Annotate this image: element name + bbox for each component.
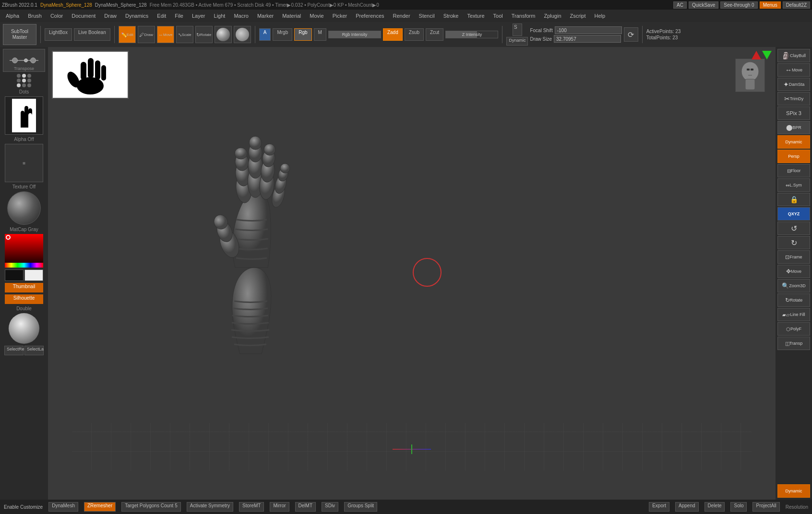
foreground-color[interactable] [5, 269, 24, 281]
menu-alpha[interactable]: Alpha [2, 12, 23, 20]
right-move2-button[interactable]: ✥ Move [777, 265, 810, 278]
floor-button[interactable]: ⊟ Floor [777, 164, 810, 177]
transp-button[interactable]: ◫ Transp [777, 337, 810, 350]
texture-preview-button[interactable]: ▪ [5, 144, 43, 182]
activate-symmetry-button[interactable]: Activate Symmetry [187, 502, 233, 512]
menu-draw[interactable]: Draw [100, 12, 120, 20]
spix-button[interactable]: SPix 3 [777, 106, 810, 120]
zcut-button[interactable]: Zcut [426, 28, 443, 41]
polyf-button[interactable]: ⬡ PolyF [777, 322, 810, 336]
right-rotate-button[interactable]: ↻ Rotate [777, 293, 810, 307]
subtool-master-button[interactable]: SubTool Master [3, 24, 36, 45]
a-button[interactable]: A [259, 28, 271, 41]
select-la-button[interactable]: SelectLa [24, 346, 44, 355]
menu-material[interactable]: Material [278, 12, 305, 20]
sphere2-button[interactable] [234, 26, 251, 43]
z-intensity-slider[interactable]: Z Intensity [445, 31, 498, 38]
lightbox-button[interactable]: LightBox [45, 28, 72, 41]
menu-zscript[interactable]: Zscript [566, 12, 590, 20]
menu-marker[interactable]: Marker [253, 12, 277, 20]
dynamic-icon-button[interactable]: ⟳ [624, 27, 638, 42]
menu-help[interactable]: Help [591, 12, 609, 20]
z-remesher-button[interactable]: ZRemesher [84, 502, 116, 512]
menu-color[interactable]: Color [47, 12, 67, 20]
dynamic-bottom-button[interactable]: Dynamic [777, 484, 810, 498]
solo-button[interactable]: Solo [730, 502, 747, 512]
damsta-button[interactable]: ✦ DamSta [777, 78, 810, 91]
zoom3d-button[interactable]: 🔍 Zoom3D [777, 279, 810, 292]
orientation-widget[interactable] [735, 51, 772, 90]
select-re-button[interactable]: SelectRe [4, 346, 24, 355]
viewport[interactable] [48, 47, 776, 500]
background-color[interactable] [24, 269, 43, 281]
sphere-material-button[interactable] [215, 26, 232, 43]
linefill-button[interactable]: ▰▱ Line Fill [777, 308, 810, 321]
redo-button[interactable]: ↻ [777, 236, 810, 249]
lock-button[interactable]: 🔒 [777, 193, 810, 206]
focal-shift-input[interactable] [555, 26, 622, 34]
right-move-button[interactable]: ↔ Move [777, 63, 810, 77]
edit-button[interactable]: ✏️ Edit [119, 26, 136, 43]
bpr-button[interactable]: ⬤ BPR [777, 121, 810, 134]
rotate-button[interactable]: ↻ Rotate [195, 26, 213, 43]
dynamic-button[interactable]: Dynamic [777, 135, 810, 149]
draw-size-input[interactable] [554, 35, 621, 43]
menu-brush[interactable]: Brush [24, 12, 46, 20]
menu-picker[interactable]: Picker [329, 12, 351, 20]
move-button[interactable]: ↔ Move [157, 26, 174, 43]
ac-button[interactable]: AC [673, 1, 687, 9]
groups-split-button[interactable]: Groups Split [344, 502, 377, 512]
menu-dynamics[interactable]: Dynamics [121, 12, 152, 20]
menu-movie[interactable]: Movie [306, 12, 327, 20]
color-picker[interactable] [5, 234, 43, 268]
undo-button[interactable]: ↺ [777, 222, 810, 235]
s-button[interactable]: S [513, 23, 522, 36]
target-polygons-button[interactable]: Target Polygons Count 5 [121, 502, 181, 512]
del-mt-button[interactable]: DelMT [295, 502, 316, 512]
zsub-button[interactable]: Zsub [405, 28, 424, 41]
menu-edit[interactable]: Edit [153, 12, 170, 20]
dynamic-label[interactable]: Dynamic [506, 37, 528, 46]
project-all-button[interactable]: ProjectAll [752, 502, 779, 512]
light-sphere[interactable] [9, 313, 39, 344]
delete-button[interactable]: Delete [705, 502, 725, 512]
silhouette-button[interactable]: Silhouette [5, 294, 43, 304]
menu-document[interactable]: Document [68, 12, 99, 20]
mirror-button[interactable]: Mirror [270, 502, 289, 512]
matcap-button[interactable] [7, 191, 41, 225]
export-button[interactable]: Export [649, 502, 669, 512]
menu-preferences[interactable]: Preferences [352, 12, 388, 20]
rgb-intensity-slider[interactable]: Rgb Intensity [328, 31, 381, 38]
menu-light[interactable]: Light [210, 12, 229, 20]
menu-macro[interactable]: Macro [230, 12, 252, 20]
menu-tool[interactable]: Tool [490, 12, 507, 20]
store-mt-button[interactable]: StoreMT [239, 502, 264, 512]
menu-stroke[interactable]: Stroke [440, 12, 463, 20]
sdiv-button[interactable]: SDiv [322, 502, 338, 512]
menu-stencil[interactable]: Stencil [415, 12, 439, 20]
alpha-preview-button[interactable] [5, 96, 43, 135]
zadd-button[interactable]: Zadd [383, 28, 403, 41]
scale-button[interactable]: ⤡ Scale [176, 26, 193, 43]
transpose-button[interactable]: Transpose [3, 49, 45, 72]
see-through-button[interactable]: See-through 0 [720, 1, 757, 9]
dyna-mesh-button[interactable]: DynaMesh [48, 502, 78, 512]
hue-slider[interactable] [5, 263, 43, 268]
default2z-button[interactable]: Default2Z [783, 1, 810, 9]
draw-button[interactable]: 🖊 Draw [138, 26, 155, 43]
menu-file[interactable]: File [171, 12, 187, 20]
persp-button[interactable]: Persp [777, 150, 810, 163]
menu-render[interactable]: Render [389, 12, 414, 20]
menu-zplugin[interactable]: Zplugin [540, 12, 565, 20]
lsym-button[interactable]: ⇔ L.Sym [777, 178, 810, 192]
head-preview[interactable] [735, 58, 765, 92]
menus-button[interactable]: Menus [760, 1, 781, 9]
menu-transform[interactable]: Transform [508, 12, 539, 20]
rgb-button[interactable]: Rgb [294, 28, 311, 41]
quicksave-button[interactable]: QuickSave [689, 1, 718, 9]
mrgb-button[interactable]: Mrgb [273, 28, 292, 41]
enable-customize[interactable]: Enable Customize [4, 504, 43, 510]
append-button[interactable]: Append [675, 502, 698, 512]
thumbnail-button[interactable]: Thumbnail [5, 283, 43, 292]
m-button[interactable]: M [314, 28, 326, 41]
